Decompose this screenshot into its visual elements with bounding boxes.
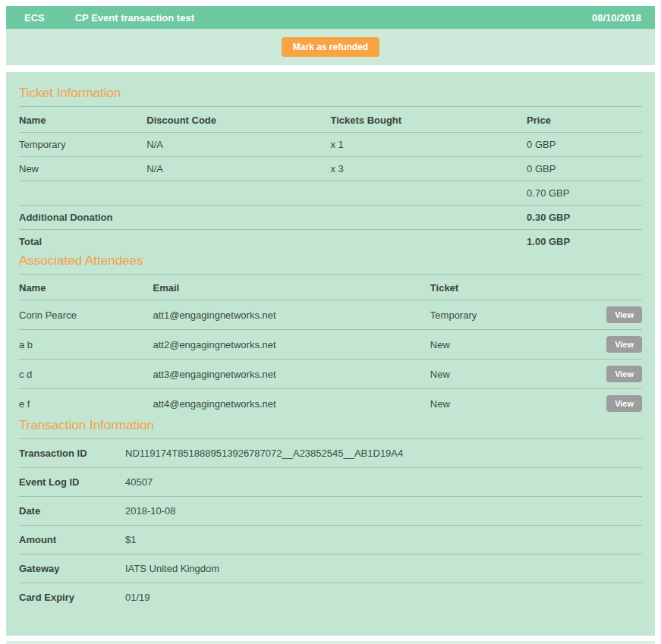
amount-value: $1 [125,534,642,545]
ticket-tickets-bought: x 1 [330,133,527,157]
attendee-name: e f [19,389,153,419]
view-attendee-button[interactable]: View [606,336,642,353]
attendee-col-email: Email [153,275,430,300]
header-bar: ECS CP Event transaction test 08/10/2018 [6,6,655,29]
amount-row: Amount $1 [19,525,642,554]
page-title: CP Event transaction test [75,12,194,24]
ticket-col-price: Price [527,107,642,133]
ticket-name: Additional Donation [19,206,146,230]
ticket-discount-code [146,230,330,254]
ticket-row: 0.70 GBP [19,181,642,206]
action-bar: Mark as refunded [6,29,655,65]
header-date: 08/10/2018 [592,12,641,24]
card-expiry-value: 01/19 [125,592,642,603]
attendee-name: a b [19,330,153,360]
ticket-name: Temporary [19,133,146,157]
ticket-discount-code [146,181,330,206]
ticket-tickets-bought [330,230,527,254]
field-label: Card Expiry [19,592,125,603]
ticket-price: 1.00 GBP [527,230,642,254]
attendee-name: c d [19,360,153,389]
ticket-col-discount-code: Discount Code [146,107,330,133]
attendee-email: att4@engagingnetworks.net [153,389,430,419]
spacer [0,636,661,641]
attendee-row: e f att4@engagingnetworks.net New View [19,389,642,419]
ticket-col-tickets-bought: Tickets Bought [330,107,527,133]
spacer [6,65,655,72]
ticket-discount-code [146,206,330,230]
ticket-discount-code: N/A [146,157,330,181]
associated-attendees-section: Associated Attendees Name Email Ticket C… [19,253,642,418]
gateway-value: IATS United Kingdom [125,563,642,574]
transaction-id-value: ND119174T8518889513926787072__A23852545_… [125,448,642,459]
field-label: Amount [19,534,125,545]
ticket-table: Name Discount Code Tickets Bought Price … [19,107,642,253]
attendee-email: att2@engagingnetworks.net [153,330,430,360]
ticket-information-heading: Ticket Information [19,86,642,101]
field-label: Event Log ID [19,476,125,488]
page: ECS CP Event transaction test 08/10/2018… [0,0,661,636]
ticket-tickets-bought [330,181,527,206]
attendee-table: Name Email Ticket Corin Pearce att1@enga… [19,275,642,418]
ticket-price: 0 GBP [527,157,642,181]
ticket-tickets-bought [330,206,527,230]
transaction-information-heading: Transaction Information [19,418,642,433]
ticket-name [19,181,146,206]
associated-attendees-heading: Associated Attendees [19,253,642,269]
date-row: Date 2018-10-08 [19,496,642,525]
ticket-name: New [19,157,146,181]
attendee-row: Corin Pearce att1@engagingnetworks.net T… [19,300,642,330]
attendee-col-action [586,275,642,300]
mark-as-refunded-button[interactable]: Mark as refunded [282,37,379,57]
ticket-name: Total [19,230,146,254]
attendee-col-name: Name [19,275,153,300]
ticket-information-section: Ticket Information Name Discount Code Ti… [19,86,642,253]
ticket-tickets-bought: x 3 [330,157,527,181]
ticket-row: Temporary N/A x 1 0 GBP [19,133,642,157]
attendee-col-ticket: Ticket [430,275,586,300]
transaction-id-row: Transaction ID ND119174T8518889513926787… [19,439,642,467]
total-row: Total 1.00 GBP [19,230,642,254]
view-attendee-button[interactable]: View [606,395,642,412]
view-attendee-button[interactable]: View [606,366,642,382]
attendee-name: Corin Pearce [19,300,153,330]
attendee-row: a b att2@engagingnetworks.net New View [19,330,642,360]
ticket-table-header-row: Name Discount Code Tickets Bought Price [19,107,642,133]
attendee-email: att1@engagingnetworks.net [153,300,430,330]
field-label: Date [19,505,125,517]
field-label: Transaction ID [19,448,125,459]
ticket-price: 0 GBP [527,133,642,157]
card-expiry-row: Card Expiry 01/19 [19,583,642,611]
view-attendee-button[interactable]: View [606,306,642,323]
ticket-price: 0.30 GBP [527,206,642,230]
main-panel: Ticket Information Name Discount Code Ti… [6,72,655,636]
app-name: ECS [24,12,45,24]
date-value: 2018-10-08 [125,505,642,517]
attendee-ticket: New [430,360,586,389]
footer-strip [6,641,655,644]
event-log-id-row: Event Log ID 40507 [19,467,642,496]
event-log-id-value: 40507 [125,476,642,488]
ticket-price: 0.70 GBP [527,181,642,206]
field-label: Gateway [19,563,125,574]
ticket-discount-code: N/A [146,133,330,157]
gateway-row: Gateway IATS United Kingdom [19,554,642,583]
additional-donation-row: Additional Donation 0.30 GBP [19,206,642,230]
attendee-ticket: Temporary [430,300,586,330]
attendee-ticket: New [430,330,586,360]
transaction-information-section: Transaction Information Transaction ID N… [19,418,642,611]
attendee-row: c d att3@engagingnetworks.net New View [19,360,642,389]
attendee-email: att3@engagingnetworks.net [153,360,430,389]
ticket-col-name: Name [19,107,146,133]
ticket-row: New N/A x 3 0 GBP [19,157,642,181]
attendee-ticket: New [430,389,586,419]
attendee-table-header-row: Name Email Ticket [19,275,642,300]
